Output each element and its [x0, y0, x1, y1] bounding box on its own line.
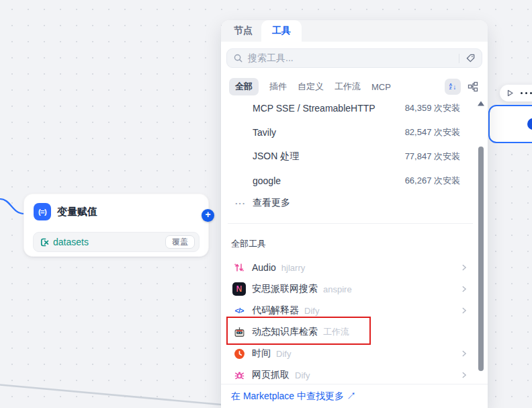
filter-custom[interactable]: 自定义 [298, 81, 324, 93]
marketplace-item-installs: 84,359 次安装 [405, 102, 460, 114]
anspire-icon: N [232, 282, 246, 296]
marketplace-item[interactable]: MCP SSE / StreamableHTTP 84,359 次安装 [221, 96, 478, 120]
tool-name: 代码解释器 [252, 304, 299, 317]
tool-name: Audio [252, 262, 276, 273]
filter-plugins[interactable]: 插件 [269, 81, 287, 93]
scroll-up-arrow[interactable] [477, 100, 485, 107]
tool-item-dynamic-knowledge-retrieval[interactable]: 动态知识库检索 工作流 [221, 321, 478, 343]
tool-item-anspire-search[interactable]: N 安思派联网搜索 anspire [221, 278, 478, 300]
tree-view-icon[interactable] [465, 79, 481, 95]
selected-node-fragment[interactable] [488, 105, 532, 143]
marketplace-item-installs: 66,267 次安装 [405, 175, 460, 187]
panel-footer: 在 Marketplace 中查找更多 ↗ [221, 384, 488, 408]
clock-icon [232, 347, 246, 360]
tools-panel: 节点 工具 搜索工具... 全部 插件 自定义 工作流 MCP AZ↓ [221, 20, 488, 408]
add-next-node-button[interactable]: + [202, 209, 214, 222]
chevron-right-icon [459, 370, 469, 380]
filter-row: 全部 插件 自定义 工作流 MCP AZ↓ [229, 78, 481, 95]
marketplace-item-installs: 77,847 次安装 [405, 151, 460, 163]
tool-list: Audio hjlarry N 安思派联网搜索 anspire </> 代码解释… [221, 257, 478, 386]
variable-icon [40, 237, 50, 247]
search-separator [459, 54, 459, 63]
tab-nodes[interactable]: 节点 [225, 20, 261, 42]
node-mini-toolbar[interactable] [500, 85, 532, 101]
variable-assigner-node[interactable]: (=) 变量赋值 + datasets 覆盖 [24, 194, 209, 257]
see-more-button[interactable]: ··· 查看更多 [221, 193, 478, 213]
tool-org: Dify [295, 370, 459, 380]
chevron-right-icon [459, 349, 469, 358]
tool-org: 工作流 [323, 326, 469, 338]
tool-item-audio[interactable]: Audio hjlarry [221, 257, 478, 278]
chevron-right-icon [459, 306, 469, 315]
tool-org: Dify [276, 349, 459, 359]
tool-name: 动态知识库检索 [252, 326, 318, 338]
filter-all[interactable]: 全部 [229, 78, 259, 95]
play-icon[interactable] [506, 89, 514, 97]
tool-org: hjlarry [281, 263, 459, 273]
sort-alpha-icon[interactable]: AZ↓ [445, 79, 461, 95]
tool-item-code-interpreter[interactable]: </> 代码解释器 Dify [221, 300, 478, 321]
marketplace-item-name: JSON 处理 [253, 151, 405, 163]
marketplace-item[interactable]: google 66,267 次安装 [221, 169, 478, 193]
section-title: 全部工具 [231, 238, 266, 250]
tool-name: 安思派联网搜索 [252, 283, 318, 295]
see-more-label: 查看更多 [253, 197, 290, 209]
edge-gray [0, 385, 222, 405]
tool-org: anspire [323, 284, 459, 294]
audio-arrows-icon [232, 261, 246, 274]
tool-org: Dify [304, 306, 459, 316]
tag-filter-icon[interactable] [466, 53, 476, 63]
panel-tab-bar: 节点 工具 [221, 20, 488, 42]
tool-item-web-scraper[interactable]: 网页抓取 Dify [221, 364, 478, 386]
marketplace-item-installs: 82,547 次安装 [405, 126, 460, 138]
search-input[interactable]: 搜索工具... [226, 48, 482, 68]
variable-assigner-icon: (=) [34, 203, 51, 220]
tool-name: 时间 [252, 348, 271, 360]
tool-name: 网页抓取 [252, 369, 290, 381]
marketplace-list: MCP SSE / StreamableHTTP 84,359 次安装 Tavi… [221, 96, 478, 193]
more-options-icon[interactable] [521, 92, 532, 94]
code-icon: </> [232, 304, 246, 317]
filter-workflow[interactable]: 工作流 [335, 81, 361, 93]
marketplace-item[interactable]: JSON 处理 77,847 次安装 [221, 145, 478, 169]
spider-icon [232, 368, 246, 382]
write-mode-badge: 覆盖 [165, 235, 195, 249]
section-divider [228, 223, 473, 224]
assigned-variable-row[interactable]: datasets 覆盖 [33, 232, 200, 252]
marketplace-item-name: google [253, 175, 405, 186]
tab-tools[interactable]: 工具 [261, 20, 302, 42]
marketplace-item-name: Tavily [253, 127, 405, 138]
edge-blue [0, 199, 24, 214]
marketplace-link[interactable]: 在 Marketplace 中查找更多 ↗ [231, 391, 356, 403]
node-title: 变量赋值 [57, 206, 97, 218]
chevron-right-icon [459, 263, 469, 272]
marketplace-item[interactable]: Tavily 82,547 次安装 [221, 120, 478, 145]
search-icon [233, 53, 243, 63]
chevron-right-icon [459, 284, 469, 294]
robot-icon [232, 325, 246, 339]
filter-mcp[interactable]: MCP [371, 82, 391, 92]
variable-name: datasets [53, 237, 165, 247]
scrollbar-thumb[interactable] [478, 147, 484, 371]
ellipsis-icon: ··· [235, 198, 253, 208]
search-placeholder: 搜索工具... [248, 52, 459, 65]
tool-item-time[interactable]: 时间 Dify [221, 343, 478, 364]
marketplace-item-name: MCP SSE / StreamableHTTP [253, 103, 405, 114]
